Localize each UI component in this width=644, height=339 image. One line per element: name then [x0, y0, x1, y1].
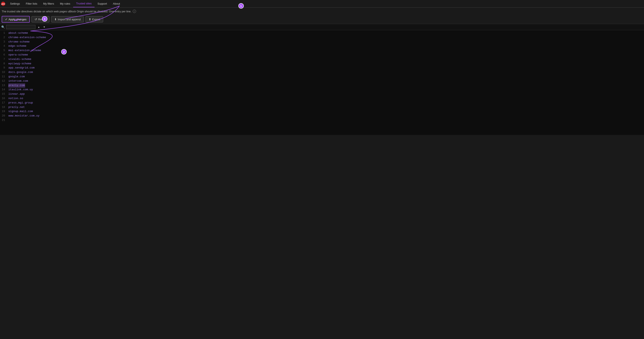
code-line: app.sendgrid.com: [8, 66, 642, 70]
code-line: edge-scheme: [8, 44, 642, 48]
search-next-button[interactable]: ▼: [42, 25, 46, 29]
search-input[interactable]: [6, 25, 36, 29]
revert-button[interactable]: ↺ Revert: [32, 16, 49, 22]
line-numbers: 123456789101112131415161718192021: [0, 30, 7, 135]
search-icon: 🔍: [1, 25, 5, 29]
code-line: intercom.com: [8, 79, 642, 83]
code-line: prezly.net: [8, 105, 642, 110]
code-line: notion.so: [8, 96, 642, 101]
code-line: chrome-scheme: [8, 40, 642, 44]
code-lines[interactable]: about-schemechrome-extension-schemechrom…: [7, 30, 644, 135]
description-bar: The trusted site directives dictate on w…: [0, 7, 644, 15]
nav-tab-support[interactable]: Support: [94, 0, 110, 7]
export-icon: ⬆: [89, 17, 91, 21]
nav-tab-trusted-sites[interactable]: Trusted sites: [73, 0, 94, 7]
code-line: prezly.com: [8, 83, 25, 88]
info-icon[interactable]: i: [133, 10, 136, 13]
import-icon: ⬇: [54, 17, 57, 21]
trusted-sites-editor: 123456789101112131415161718192021 about-…: [0, 30, 644, 135]
svg-text:uBO: uBO: [1, 3, 5, 5]
code-line: press.mgi.group: [8, 101, 642, 105]
code-line: opera-scheme: [8, 53, 642, 57]
checkmark-icon: ✓: [5, 17, 8, 21]
code-line: google.com: [8, 75, 642, 79]
search-bar: 🔍 ▲ ▼: [0, 24, 644, 30]
export-button[interactable]: ⬆ Export: [86, 16, 103, 22]
apply-changes-button[interactable]: ✓ Apply changes: [2, 16, 30, 23]
code-line: moz-extension-scheme: [8, 48, 642, 53]
code-line: chrome-extension-scheme: [8, 35, 642, 40]
nav-tab-filter-lists[interactable]: Filter lists: [23, 0, 40, 7]
code-line: www.movistar.com.uy: [8, 114, 642, 118]
nav-tab-about[interactable]: About: [110, 0, 123, 7]
nav-tab-my-rules[interactable]: My rules: [57, 0, 73, 7]
import-button[interactable]: ⬇ Import and append: [51, 16, 84, 22]
code-line: about-scheme: [8, 31, 642, 35]
code-line: wyciwyg-scheme: [8, 62, 642, 66]
code-line: itaulink.com.uy: [8, 88, 642, 92]
description-text: The trusted site directives dictate on w…: [2, 10, 132, 13]
nav-bar: uBO SettingsFilter listsMy filtersMy rul…: [0, 0, 644, 7]
nav-tab-my-filters[interactable]: My filters: [40, 0, 57, 7]
toolbar: ✓ Apply changes ↺ Revert ⬇ Import and ap…: [0, 15, 644, 24]
app-logo: uBO: [1, 1, 6, 6]
nav-tab-settings[interactable]: Settings: [7, 0, 23, 7]
search-prev-button[interactable]: ▲: [37, 25, 41, 29]
code-line: docs.google.com: [8, 70, 642, 75]
code-line: signup.mail.com: [8, 109, 642, 114]
revert-icon: ↺: [34, 17, 37, 21]
code-line: [8, 118, 642, 123]
code-line: linear.app: [8, 92, 642, 96]
code-line: vivaldi-scheme: [8, 57, 642, 62]
